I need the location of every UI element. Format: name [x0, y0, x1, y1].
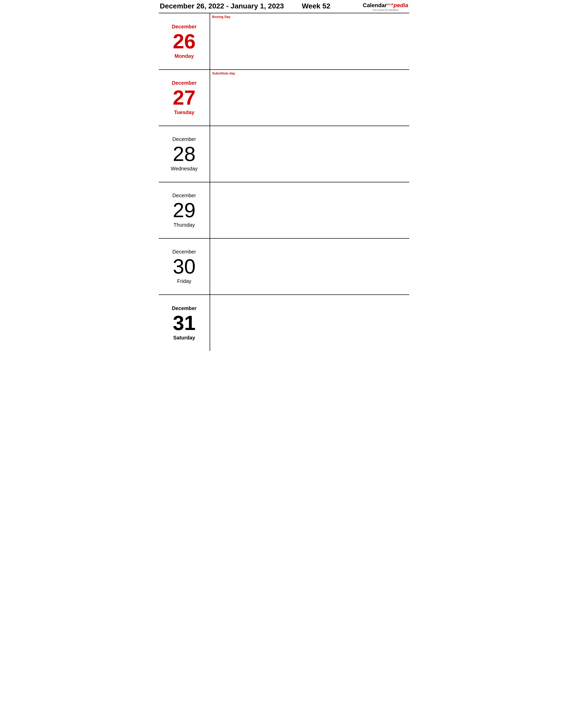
day-name-dec26: Monday [161, 53, 208, 59]
day-number-dec31: 31 [161, 313, 208, 333]
day-month-dec29: December [161, 193, 208, 198]
calendar-table: December26MondayBoxing DayDecember27Tues… [159, 13, 409, 351]
day-month-dec27: December [161, 80, 208, 86]
day-month-dec28: December [161, 136, 208, 142]
day-number-dec27: 27 [161, 87, 208, 108]
content-cell-dec31 [210, 295, 409, 351]
logo-text: Calendarco.ukpedia [363, 2, 408, 9]
day-cell-dec30: December30Friday [159, 238, 210, 295]
day-cell-dec27: December27Tuesday [159, 70, 210, 126]
day-cell-dec28: December28Wednesday [159, 126, 210, 182]
day-number-dec28: 28 [161, 144, 208, 164]
calendar-row-dec28: December28Wednesday [159, 126, 409, 182]
day-number-dec30: 30 [161, 256, 208, 277]
event-label-dec26: Boxing Day [212, 15, 407, 19]
calendar-row-dec27: December27TuesdaySubstitute day [159, 70, 409, 126]
header-week: Week 52 [302, 2, 330, 10]
content-cell-dec30 [210, 238, 409, 295]
day-number-dec29: 29 [161, 200, 208, 220]
content-cell-dec29 [210, 182, 409, 238]
day-name-dec29: Thursday [161, 222, 208, 228]
content-cell-dec27: Substitute day [210, 70, 409, 126]
day-cell-dec29: December29Thursday [159, 182, 210, 238]
calendar-row-dec26: December26MondayBoxing Day [159, 13, 409, 70]
logo-calendar: Calendar [363, 2, 387, 8]
day-name-dec31: Saturday [161, 335, 208, 341]
logo-subtitle: Your source for calendars [372, 9, 398, 11]
day-name-dec28: Wednesday [161, 166, 208, 172]
day-month-dec30: December [161, 249, 208, 255]
logo: Calendarco.ukpedia Your source for calen… [363, 2, 408, 11]
day-name-dec30: Friday [161, 278, 208, 284]
day-month-dec31: December [161, 305, 208, 311]
event-label-dec27: Substitute day [212, 71, 407, 75]
calendar-row-dec30: December30Friday [159, 238, 409, 295]
header-title: December 26, 2022 - January 1, 2023 [160, 2, 284, 10]
page-header: December 26, 2022 - January 1, 2023 Week… [159, 0, 409, 13]
day-name-dec27: Tuesday [161, 109, 208, 115]
day-cell-dec26: December26Monday [159, 13, 210, 70]
day-cell-dec31: December31Saturday [159, 295, 210, 351]
content-cell-dec26: Boxing Day [210, 13, 409, 70]
day-number-dec26: 26 [161, 31, 208, 52]
calendar-row-dec29: December29Thursday [159, 182, 409, 238]
calendar-row-dec31: December31Saturday [159, 295, 409, 351]
content-cell-dec28 [210, 126, 409, 182]
logo-couk: co.uk [387, 3, 393, 6]
logo-pedia: co.ukpedia [387, 2, 408, 8]
day-month-dec26: December [161, 24, 208, 30]
